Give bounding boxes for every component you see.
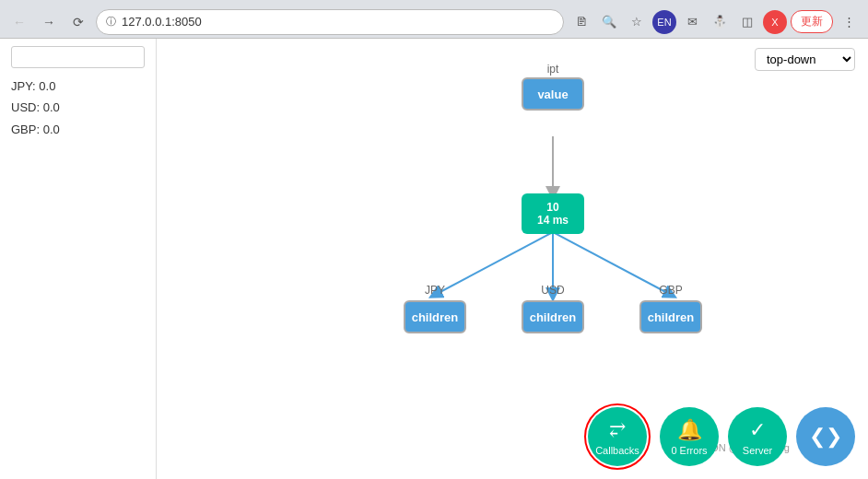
share-icon: ⥂: [609, 418, 626, 442]
cast-icon[interactable]: ◫: [735, 10, 759, 34]
chevron-icon: ❮❯: [809, 425, 842, 449]
reload-button[interactable]: ⟳: [66, 10, 90, 34]
forward-button[interactable]: →: [37, 10, 61, 34]
update-button[interactable]: 更新: [791, 10, 833, 33]
url-text: 127.0.0.1:8050: [122, 15, 202, 29]
child-usd-label: USD: [541, 284, 564, 297]
profile-avatar[interactable]: EN: [652, 10, 676, 34]
account-icon[interactable]: ✉: [680, 10, 704, 34]
server-button[interactable]: ✓ Server: [728, 407, 787, 466]
center-node-box[interactable]: 10 14 ms: [522, 193, 584, 234]
translate-icon[interactable]: 🖹: [569, 10, 593, 34]
root-node-group: ipt value: [522, 63, 584, 111]
address-bar[interactable]: ⓘ 127.0.0.1:8050: [96, 9, 564, 35]
sidebar-item-jpy: JPY: 0.0: [11, 76, 145, 97]
sidebar: JPY: 0.0 USD: 0.0 GBP: 0.0: [0, 39, 157, 479]
lock-icon: ⓘ: [106, 15, 116, 29]
child-jpy-label: JPY: [425, 284, 445, 297]
star-icon[interactable]: ☆: [625, 10, 649, 34]
sidebar-search[interactable]: [11, 46, 145, 68]
profile-x[interactable]: X: [763, 10, 787, 34]
menu-button[interactable]: ⋮: [837, 10, 861, 34]
callbacks-button[interactable]: ⥂ Callbacks: [588, 407, 647, 466]
back-button[interactable]: ←: [7, 10, 31, 34]
bell-icon: 🔔: [677, 418, 702, 442]
main-area: top-down left-right bottom-up right-left: [157, 39, 868, 479]
root-node-box[interactable]: value: [522, 77, 584, 111]
child-usd-group: USD children: [522, 284, 584, 333]
check-icon: ✓: [749, 418, 766, 442]
child-jpy-group: JPY children: [404, 284, 466, 333]
child-jpy-box[interactable]: children: [404, 300, 466, 333]
root-label: ipt: [547, 63, 559, 76]
sidebar-item-usd: USD: 0.0: [11, 97, 145, 118]
browser-chrome: ← → ⟳ ⓘ 127.0.0.1:8050 🖹 🔍 ☆ EN ✉ ⛄ ◫ X …: [0, 0, 868, 39]
bottom-toolbar: ⥂ Callbacks 🔔 0 Errors ✓ Server ❮❯: [584, 403, 855, 470]
sidebar-item-gbp: GBP: 0.0: [11, 119, 145, 140]
child-usd-box[interactable]: children: [522, 300, 584, 333]
callbacks-btn-wrapper: ⥂ Callbacks: [584, 403, 651, 470]
zoom-icon[interactable]: 🔍: [597, 10, 621, 34]
errors-button[interactable]: 🔔 0 Errors: [660, 407, 719, 466]
layout-selector[interactable]: top-down left-right bottom-up right-left: [755, 48, 855, 71]
center-node-group: 10 14 ms: [522, 193, 584, 234]
nav-button[interactable]: ❮❯: [796, 407, 855, 466]
browser-actions: 🖹 🔍 ☆ EN ✉ ⛄ ◫ X 更新 ⋮: [569, 10, 861, 34]
child-gbp-box[interactable]: children: [639, 300, 702, 333]
child-gbp-group: GBP children: [639, 284, 702, 333]
layout-select[interactable]: top-down left-right bottom-up right-left: [755, 48, 855, 71]
extensions-icon[interactable]: ⛄: [708, 10, 732, 34]
page-content: JPY: 0.0 USD: 0.0 GBP: 0.0 top-down left…: [0, 39, 868, 479]
child-gbp-label: GBP: [659, 284, 682, 297]
